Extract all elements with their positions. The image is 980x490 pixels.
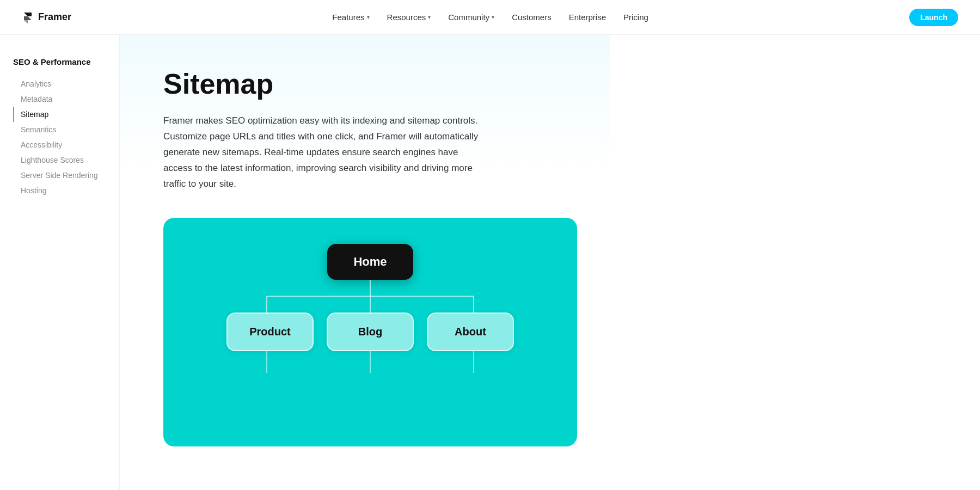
chevron-down-icon: ▾ bbox=[367, 14, 370, 20]
sidebar: SEO & Performance Analytics Metadata Sit… bbox=[0, 35, 120, 490]
nav-links: Features ▾ Resources ▾ Community ▾ Custo… bbox=[332, 13, 648, 22]
nav-enterprise[interactable]: Enterprise bbox=[569, 13, 606, 22]
sitemap-connectors-svg bbox=[218, 280, 523, 313]
sitemap-blog-node: Blog bbox=[327, 313, 414, 351]
logo-text: Framer bbox=[38, 11, 71, 23]
nav-features[interactable]: Features ▾ bbox=[332, 13, 369, 22]
page-description: Framer makes SEO optimization easy with … bbox=[163, 113, 479, 192]
sidebar-item-ssr[interactable]: Server Side Rendering bbox=[13, 168, 106, 183]
nav-customers[interactable]: Customers bbox=[512, 13, 552, 22]
sidebar-item-metadata[interactable]: Metadata bbox=[13, 91, 106, 107]
main-content: Sitemap Framer makes SEO optimization ea… bbox=[120, 35, 610, 490]
page-title: Sitemap bbox=[163, 68, 566, 100]
nav-community[interactable]: Community ▾ bbox=[448, 13, 494, 22]
sidebar-item-hosting[interactable]: Hosting bbox=[13, 183, 106, 198]
sidebar-items: Analytics Metadata Sitemap Semantics Acc… bbox=[13, 76, 106, 198]
sidebar-item-sitemap[interactable]: Sitemap bbox=[13, 107, 106, 122]
sidebar-item-analytics[interactable]: Analytics bbox=[13, 76, 106, 91]
chevron-down-icon: ▾ bbox=[492, 14, 494, 20]
sitemap-diagram: Home Product Blog About bbox=[163, 218, 577, 446]
launch-button[interactable]: Launch bbox=[909, 9, 958, 26]
page-layout: SEO & Performance Analytics Metadata Sit… bbox=[0, 35, 980, 490]
sitemap-root-row: Home bbox=[327, 244, 413, 280]
sidebar-item-lighthouse[interactable]: Lighthouse Scores bbox=[13, 152, 106, 168]
sitemap-bottom-connectors-svg bbox=[218, 351, 523, 373]
framer-logo-icon bbox=[22, 11, 34, 23]
sitemap-product-node: Product bbox=[226, 313, 314, 351]
chevron-down-icon: ▾ bbox=[428, 14, 431, 20]
sitemap-about-node: About bbox=[427, 313, 514, 351]
sitemap-home-node: Home bbox=[327, 244, 413, 280]
sidebar-item-accessibility[interactable]: Accessibility bbox=[13, 137, 106, 152]
sitemap-children-row: Product Blog About bbox=[226, 313, 514, 351]
navbar: Framer Features ▾ Resources ▾ Community … bbox=[0, 0, 980, 35]
sidebar-item-semantics[interactable]: Semantics bbox=[13, 122, 106, 137]
nav-pricing[interactable]: Pricing bbox=[623, 13, 648, 22]
sidebar-section-title: SEO & Performance bbox=[13, 57, 106, 68]
nav-resources[interactable]: Resources ▾ bbox=[387, 13, 431, 22]
logo[interactable]: Framer bbox=[22, 11, 71, 23]
